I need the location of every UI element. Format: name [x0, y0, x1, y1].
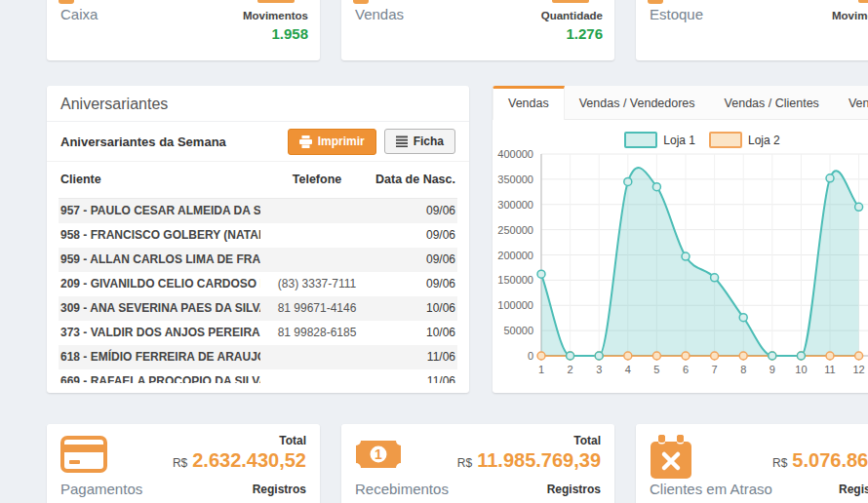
- svg-text:4: 4: [625, 364, 631, 375]
- card-label: Clientes em Atraso: [650, 481, 772, 497]
- cutoff-card-value: [858, 0, 868, 3]
- metric-card-caixa[interactable]: Caixa Movimentos 1.958: [47, 0, 320, 60]
- table-header-row: Cliente Telefone Data de Nasc.: [59, 162, 457, 199]
- total-value: R$ 2.632.430,52: [173, 449, 306, 472]
- chart-tabs: Vendas Vendas / Vendedores Vendas / Clie…: [493, 86, 868, 120]
- cell-cliente: 959 - ALLAN CARLOS LIMA DE FRANÇA: [59, 248, 260, 272]
- panel-vendas-charts: Vendas Vendas / Vendedores Vendas / Clie…: [493, 86, 868, 393]
- legend-label: Loja 2: [748, 134, 780, 147]
- cell-nascimento: 09/06: [374, 272, 457, 296]
- ficha-button[interactable]: Ficha: [384, 129, 455, 154]
- table-row[interactable]: 958 - FRANCISCO GOLBERY (NATAL - RN)09/0…: [59, 223, 457, 248]
- cell-cliente: 958 - FRANCISCO GOLBERY (NATAL - RN): [59, 223, 260, 248]
- svg-text:6: 6: [683, 364, 689, 375]
- cutoff-card-icon: [353, 0, 369, 4]
- table-row[interactable]: 957 - PAULO CESAR ALMEIDA DA SILVA09/06: [59, 199, 457, 224]
- cell-cliente: 957 - PAULO CESAR ALMEIDA DA SILVA: [59, 199, 260, 224]
- stat-label: Movimentos: [832, 10, 868, 21]
- card-label: Recebimentos: [355, 481, 449, 497]
- svg-text:200000: 200000: [497, 250, 533, 261]
- tab-vendas-produtos[interactable]: Vendas / Produtos: [834, 86, 868, 119]
- cutoff-card-icon: [648, 0, 663, 4]
- column-header-cliente: Cliente: [59, 162, 260, 199]
- tab-vendas-vendedores[interactable]: Vendas / Vendedores: [565, 86, 710, 119]
- card-label: Vendas: [355, 6, 404, 22]
- svg-text:5: 5: [653, 364, 659, 375]
- cell-telefone: [260, 199, 374, 224]
- svg-text:0: 0: [528, 350, 533, 362]
- credit-card-icon: [60, 435, 107, 474]
- cell-cliente: 209 - GIVANILDO CELIO CARDOSO DE ...: [59, 272, 260, 296]
- cell-nascimento: 10/06: [374, 321, 457, 345]
- cell-nascimento: 09/06: [374, 223, 457, 248]
- svg-text:400000: 400000: [497, 148, 533, 160]
- card-label: Pagamentos: [60, 481, 142, 497]
- currency-prefix: R$: [173, 456, 187, 470]
- summary-card-clientes-em-atraso[interactable]: Clientes em Atraso R$ 5.076.869 Registro…: [636, 424, 868, 503]
- total-label: Total: [279, 434, 306, 447]
- cell-cliente: 309 - ANA SEVERINA PAES DA SILVA: [59, 296, 260, 321]
- card-label: Caixa: [60, 6, 98, 22]
- cell-cliente: 618 - EMÍDIO FERREIRA DE ARAUJO (P...: [59, 345, 260, 369]
- svg-text:10: 10: [795, 364, 807, 375]
- total-amount: 5.076.869: [792, 449, 868, 472]
- currency-prefix: R$: [457, 456, 472, 470]
- cell-telefone: [260, 345, 374, 369]
- print-button[interactable]: Imprimir: [288, 129, 376, 155]
- svg-text:3: 3: [596, 364, 602, 375]
- svg-text:12: 12: [852, 364, 864, 375]
- cutoff-card-value: [257, 0, 295, 3]
- svg-text:150000: 150000: [497, 274, 533, 286]
- registros-label: Registros: [253, 483, 306, 496]
- cutoff-card-icon: [59, 0, 74, 4]
- table-row[interactable]: 309 - ANA SEVERINA PAES DA SILVA81 99671…: [59, 296, 457, 321]
- table-row[interactable]: 373 - VALDIR DOS ANJOS PEREIRA (AN...81 …: [59, 321, 457, 345]
- svg-text:350000: 350000: [497, 174, 533, 185]
- svg-text:1: 1: [375, 446, 382, 462]
- total-amount: 2.632.430,52: [192, 449, 306, 472]
- total-value: R$ 5.076.869: [772, 449, 868, 472]
- print-button-label: Imprimir: [318, 135, 365, 147]
- ficha-button-label: Ficha: [414, 135, 444, 147]
- printer-icon: [299, 135, 312, 148]
- tab-vendas-clientes[interactable]: Vendas / Clientes: [710, 86, 834, 119]
- cell-nascimento: 11/06: [374, 369, 457, 383]
- total-amount: 11.985.769,39: [477, 449, 601, 472]
- cutoff-card-value: [552, 0, 589, 3]
- svg-text:50000: 50000: [503, 325, 533, 336]
- cell-nascimento: 10/06: [374, 296, 457, 321]
- svg-text:1: 1: [538, 364, 544, 375]
- money-bill-icon: 1: [355, 435, 402, 474]
- cell-telefone: 81 99828-6185: [260, 321, 374, 345]
- svg-text:7: 7: [712, 364, 718, 375]
- svg-text:8: 8: [740, 364, 746, 375]
- chart-canvas[interactable]: 0500001000001500002000002500003000003500…: [493, 146, 868, 390]
- svg-text:2: 2: [568, 364, 573, 375]
- table-row[interactable]: 209 - GIVANILDO CELIO CARDOSO DE ...(83)…: [59, 272, 457, 296]
- summary-card-pagamentos[interactable]: Pagamentos Total R$ 2.632.430,52 Registr…: [47, 424, 320, 503]
- summary-card-recebimentos[interactable]: 1 Recebimentos Total R$ 11.985.769,39 Re…: [341, 424, 614, 503]
- toolbar-label: Aniversariantes da Semana: [60, 135, 288, 149]
- cell-telefone: [260, 223, 374, 248]
- legend-label: Loja 1: [663, 134, 695, 147]
- cell-cliente: 669 - RAFAELA PROCOPIO DA SILVA CA...: [59, 369, 260, 383]
- tab-vendas[interactable]: Vendas: [493, 86, 565, 120]
- column-header-telefone: Telefone: [260, 162, 374, 199]
- total-label: Total: [573, 434, 601, 447]
- svg-text:11: 11: [824, 364, 835, 375]
- registros-label: Registros: [839, 483, 868, 496]
- stat-label: Movimentos: [243, 10, 308, 21]
- svg-text:250000: 250000: [497, 224, 533, 236]
- metric-card-estoque[interactable]: Estoque Movimentos: [636, 0, 868, 60]
- panel-title: Aniversariantes: [60, 96, 168, 112]
- chart-area: 0500001000001500002000002500003000003500…: [493, 146, 868, 393]
- metric-card-vendas[interactable]: Vendas Quantidade 1.276: [341, 0, 614, 60]
- table-row[interactable]: 669 - RAFAELA PROCOPIO DA SILVA CA...11/…: [59, 369, 457, 383]
- svg-text:300000: 300000: [497, 199, 533, 211]
- list-icon: [396, 135, 408, 147]
- registros-label: Registros: [547, 483, 601, 496]
- table-row[interactable]: 959 - ALLAN CARLOS LIMA DE FRANÇA09/06: [59, 248, 457, 272]
- table-row[interactable]: 618 - EMÍDIO FERREIRA DE ARAUJO (P...11/…: [59, 345, 457, 369]
- column-header-nascimento: Data de Nasc.: [374, 162, 457, 199]
- panel-header: Aniversariantes: [47, 86, 469, 122]
